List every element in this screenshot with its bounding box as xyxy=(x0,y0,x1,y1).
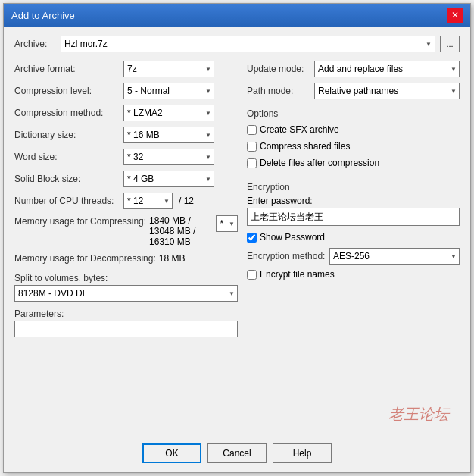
params-input[interactable] xyxy=(14,321,238,337)
archive-format-label: Archive format: xyxy=(14,64,120,74)
compression-method-label: Compression method: xyxy=(14,108,120,118)
password-input[interactable] xyxy=(247,208,460,226)
archive-combo[interactable]: Hzl mor.7z ▼ xyxy=(61,36,435,52)
archive-label: Archive: xyxy=(14,39,56,49)
word-size-select-wrapper: * 32 64 xyxy=(123,149,214,165)
path-mode-select-wrapper: Relative pathnames Absolute pathnames No… xyxy=(314,83,460,99)
archive-value: Hzl mor.7z xyxy=(64,39,108,49)
show-password-row: Show Password xyxy=(247,229,460,246)
solid-block-select[interactable]: * 4 GB 1 GB xyxy=(123,171,214,187)
delete-files-row: Delete files after compression xyxy=(247,155,460,171)
compression-level-select[interactable]: 5 - Normal 0 - Store 9 - Ultra xyxy=(123,83,214,99)
archive-combo-wrapper: Hzl mor.7z ▼ xyxy=(61,36,435,52)
compression-level-row: Compression level: 5 - Normal 0 - Store … xyxy=(14,82,238,100)
password-label: Enter password: xyxy=(247,196,460,206)
memory-compress-value: 1840 MB / 13048 MB / 16310 MB xyxy=(149,215,213,247)
compression-level-select-wrapper: 5 - Normal 0 - Store 9 - Ultra xyxy=(123,83,214,99)
sfx-row: Create SFX archive xyxy=(247,122,460,137)
cpu-threads-row: Number of CPU threads: * 12 1 2 / 12 xyxy=(14,192,238,210)
right-panel: Update mode: Add and replace files Add a… xyxy=(247,60,460,401)
memory-decompress-label: Memory usage for Decompressing: xyxy=(14,253,156,264)
show-password-checkbox[interactable] xyxy=(247,233,257,243)
enc-names-row: Encrypt file names xyxy=(247,267,460,282)
solid-block-row: Solid Block size: * 4 GB 1 GB xyxy=(14,170,238,188)
cpu-threads-suffix: / 12 xyxy=(179,196,194,206)
enc-method-select-wrapper: AES-256 xyxy=(329,248,460,265)
encryption-title: Encryption xyxy=(247,182,460,193)
memory-decompress-value: 18 MB xyxy=(159,253,186,264)
watermark: 老王论坛 xyxy=(14,401,460,427)
archive-row: Archive: Hzl mor.7z ▼ ... xyxy=(14,36,460,52)
compress-shared-checkbox[interactable] xyxy=(247,142,257,152)
options-title: Options xyxy=(247,108,460,119)
cpu-threads-select[interactable]: * 12 1 2 xyxy=(123,193,173,209)
help-button[interactable]: Help xyxy=(273,443,332,463)
archive-format-select[interactable]: 7z zip tar xyxy=(123,61,214,77)
options-group: Options Create SFX archive Compress shar… xyxy=(247,108,460,172)
delete-files-checkbox[interactable] xyxy=(247,158,257,168)
word-size-label: Word size: xyxy=(14,152,120,162)
enc-method-row: Encryption method: AES-256 xyxy=(247,247,460,265)
browse-button[interactable]: ... xyxy=(440,36,460,52)
ok-button[interactable]: OK xyxy=(142,443,201,463)
main-grid: Archive format: 7z zip tar Compression l… xyxy=(14,60,460,401)
solid-block-select-wrapper: * 4 GB 1 GB xyxy=(123,171,214,187)
memory-percent-select-wrapper: * 80% 50% 100% xyxy=(216,215,238,232)
word-size-select[interactable]: * 32 64 xyxy=(123,149,214,165)
path-mode-row: Path mode: Relative pathnames Absolute p… xyxy=(247,82,460,100)
delete-files-label: Delete files after compression xyxy=(260,158,379,168)
dictionary-size-row: Dictionary size: * 16 MB 32 MB xyxy=(14,126,238,144)
compression-method-select-wrapper: * LZMA2 LZMA xyxy=(123,105,214,121)
left-panel: Archive format: 7z zip tar Compression l… xyxy=(14,60,238,401)
update-mode-row: Update mode: Add and replace files Add a… xyxy=(247,60,460,78)
compress-shared-row: Compress shared files xyxy=(247,139,460,154)
add-to-archive-dialog: Add to Archive ✕ Archive: Hzl mor.7z ▼ .… xyxy=(3,3,471,473)
enc-method-select[interactable]: AES-256 xyxy=(329,248,460,265)
memory-compress-label: Memory usage for Compressing: xyxy=(14,215,146,228)
sfx-label: Create SFX archive xyxy=(260,124,339,135)
compression-method-select[interactable]: * LZMA2 LZMA xyxy=(123,105,214,121)
compression-method-row: Compression method: * LZMA2 LZMA xyxy=(14,104,238,122)
word-size-row: Word size: * 32 64 xyxy=(14,148,238,166)
enc-method-label: Encryption method: xyxy=(247,251,326,261)
update-mode-select[interactable]: Add and replace files Add and update fil… xyxy=(314,61,460,77)
dictionary-size-label: Dictionary size: xyxy=(14,130,120,140)
path-mode-label: Path mode: xyxy=(247,86,311,96)
close-button[interactable]: ✕ xyxy=(447,8,463,23)
cancel-button[interactable]: Cancel xyxy=(207,443,267,463)
enc-names-label: Encrypt file names xyxy=(260,269,335,280)
dialog-content: Archive: Hzl mor.7z ▼ ... Archive format… xyxy=(4,27,470,437)
params-section: Parameters: xyxy=(14,308,238,337)
update-mode-label: Update mode: xyxy=(247,64,311,74)
compress-shared-label: Compress shared files xyxy=(260,141,350,152)
button-bar: OK Cancel Help xyxy=(4,437,470,472)
split-select-wrapper: 8128M - DVD DL 700M - CD 4092M - DVD xyxy=(14,285,238,302)
encryption-group: Encryption Enter password: Show Password… xyxy=(247,182,460,282)
archive-format-row: Archive format: 7z zip tar xyxy=(14,60,238,78)
sfx-checkbox[interactable] xyxy=(247,125,257,135)
split-label: Split to volumes, bytes: xyxy=(14,273,238,283)
params-label: Parameters: xyxy=(14,308,238,319)
memory-compress-row: Memory usage for Compressing: 1840 MB / … xyxy=(14,215,238,247)
path-mode-select[interactable]: Relative pathnames Absolute pathnames No… xyxy=(314,83,460,99)
cpu-threads-label: Number of CPU threads: xyxy=(14,196,120,206)
compression-level-label: Compression level: xyxy=(14,86,120,96)
dictionary-size-select-wrapper: * 16 MB 32 MB xyxy=(123,127,214,143)
enc-names-checkbox[interactable] xyxy=(247,270,257,280)
archive-arrow-icon: ▼ xyxy=(426,41,432,48)
archive-format-select-wrapper: 7z zip tar xyxy=(123,61,214,77)
solid-block-label: Solid Block size: xyxy=(14,174,120,184)
memory-percent-select[interactable]: * 80% 50% 100% xyxy=(216,215,238,232)
show-password-label: Show Password xyxy=(260,232,325,243)
update-mode-select-wrapper: Add and replace files Add and update fil… xyxy=(314,61,460,77)
title-bar: Add to Archive ✕ xyxy=(4,4,470,27)
split-row: Split to volumes, bytes: 8128M - DVD DL … xyxy=(14,273,238,302)
cpu-threads-select-wrapper: * 12 1 2 xyxy=(123,193,173,209)
dialog-title: Add to Archive xyxy=(11,10,75,21)
split-select[interactable]: 8128M - DVD DL 700M - CD 4092M - DVD xyxy=(14,285,238,302)
memory-decompress-row: Memory usage for Decompressing: 18 MB xyxy=(14,251,238,266)
dictionary-size-select[interactable]: * 16 MB 32 MB xyxy=(123,127,214,143)
